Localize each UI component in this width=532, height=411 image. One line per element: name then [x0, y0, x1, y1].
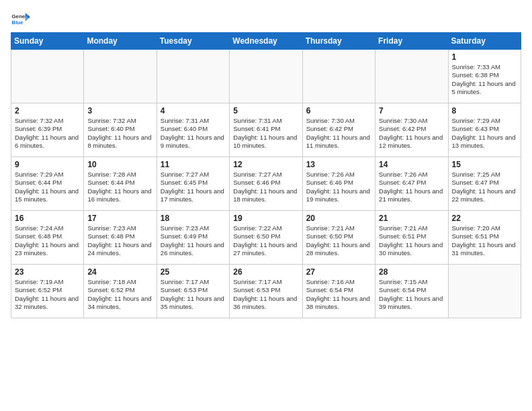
day-number: 16 [15, 214, 80, 223]
page-header: General Blue [11, 11, 521, 30]
calendar-cell: 4Sunrise: 7:31 AMSunset: 6:40 PMDaylight… [157, 103, 229, 157]
cell-info: Sunrise: 7:25 AMSunset: 6:47 PMDaylight:… [452, 171, 517, 203]
calendar-cell: 16Sunrise: 7:24 AMSunset: 6:48 PMDayligh… [11, 211, 84, 265]
day-number: 3 [87, 106, 152, 116]
calendar-cell: 18Sunrise: 7:23 AMSunset: 6:49 PMDayligh… [157, 211, 229, 265]
cell-info: Sunrise: 7:32 AMSunset: 6:39 PMDaylight:… [15, 117, 80, 150]
cell-info: Sunrise: 7:23 AMSunset: 6:49 PMDaylight:… [161, 224, 226, 257]
calendar-cell: 9Sunrise: 7:29 AMSunset: 6:44 PMDaylight… [11, 157, 84, 211]
day-number: 1 [452, 52, 517, 62]
day-number: 11 [161, 160, 226, 169]
cell-info: Sunrise: 7:21 AMSunset: 6:51 PMDaylight:… [379, 224, 444, 257]
cell-info: Sunrise: 7:31 AMSunset: 6:41 PMDaylight:… [233, 117, 298, 150]
cell-info: Sunrise: 7:30 AMSunset: 6:42 PMDaylight:… [379, 117, 444, 150]
calendar-cell: 3Sunrise: 7:32 AMSunset: 6:40 PMDaylight… [84, 103, 157, 157]
calendar-header-monday: Monday [84, 33, 157, 50]
cell-info: Sunrise: 7:18 AMSunset: 6:52 PMDaylight:… [87, 278, 152, 311]
cell-info: Sunrise: 7:20 AMSunset: 6:51 PMDaylight:… [452, 224, 517, 257]
calendar-cell [11, 50, 84, 103]
day-number: 8 [452, 106, 517, 116]
calendar-cell: 10Sunrise: 7:28 AMSunset: 6:44 PMDayligh… [84, 157, 157, 211]
day-number: 13 [306, 160, 371, 169]
calendar-header-sunday: Sunday [11, 33, 84, 50]
calendar-header-friday: Friday [375, 33, 448, 50]
calendar-cell [448, 265, 521, 318]
day-number: 25 [161, 267, 226, 277]
day-number: 24 [87, 267, 152, 277]
day-number: 21 [379, 214, 444, 223]
cell-info: Sunrise: 7:26 AMSunset: 6:47 PMDaylight:… [379, 171, 444, 203]
cell-info: Sunrise: 7:32 AMSunset: 6:40 PMDaylight:… [87, 117, 152, 150]
calendar-cell [230, 50, 302, 103]
calendar-header-saturday: Saturday [448, 33, 521, 50]
calendar-cell: 19Sunrise: 7:22 AMSunset: 6:50 PMDayligh… [230, 211, 302, 265]
calendar-header-row: SundayMondayTuesdayWednesdayThursdayFrid… [11, 33, 521, 50]
day-number: 6 [306, 106, 371, 116]
calendar-cell: 15Sunrise: 7:25 AMSunset: 6:47 PMDayligh… [448, 157, 521, 211]
calendar: SundayMondayTuesdayWednesdayThursdayFrid… [11, 32, 521, 318]
calendar-cell: 28Sunrise: 7:15 AMSunset: 6:54 PMDayligh… [375, 265, 448, 318]
day-number: 2 [15, 106, 80, 116]
calendar-header-tuesday: Tuesday [157, 33, 229, 50]
cell-info: Sunrise: 7:15 AMSunset: 6:54 PMDaylight:… [379, 278, 444, 311]
day-number: 28 [379, 267, 444, 277]
calendar-week-3: 9Sunrise: 7:29 AMSunset: 6:44 PMDaylight… [11, 157, 521, 211]
cell-info: Sunrise: 7:29 AMSunset: 6:43 PMDaylight:… [452, 117, 517, 150]
day-number: 15 [452, 160, 517, 169]
calendar-week-4: 16Sunrise: 7:24 AMSunset: 6:48 PMDayligh… [11, 211, 521, 265]
calendar-cell [302, 50, 375, 103]
calendar-cell: 1Sunrise: 7:33 AMSunset: 6:38 PMDaylight… [448, 50, 521, 103]
cell-info: Sunrise: 7:21 AMSunset: 6:50 PMDaylight:… [306, 224, 371, 257]
day-number: 22 [452, 214, 517, 223]
logo-icon: General Blue [11, 11, 30, 30]
calendar-cell: 6Sunrise: 7:30 AMSunset: 6:42 PMDaylight… [302, 103, 375, 157]
day-number: 12 [233, 160, 298, 169]
cell-info: Sunrise: 7:27 AMSunset: 6:46 PMDaylight:… [233, 171, 298, 203]
day-number: 9 [15, 160, 80, 169]
cell-info: Sunrise: 7:16 AMSunset: 6:54 PMDaylight:… [306, 278, 371, 311]
calendar-cell: 5Sunrise: 7:31 AMSunset: 6:41 PMDaylight… [230, 103, 302, 157]
cell-info: Sunrise: 7:28 AMSunset: 6:44 PMDaylight:… [87, 171, 152, 203]
calendar-cell: 21Sunrise: 7:21 AMSunset: 6:51 PMDayligh… [375, 211, 448, 265]
calendar-cell: 25Sunrise: 7:17 AMSunset: 6:53 PMDayligh… [157, 265, 229, 318]
calendar-cell: 23Sunrise: 7:19 AMSunset: 6:52 PMDayligh… [11, 265, 84, 318]
cell-info: Sunrise: 7:30 AMSunset: 6:42 PMDaylight:… [306, 117, 371, 150]
calendar-cell: 12Sunrise: 7:27 AMSunset: 6:46 PMDayligh… [230, 157, 302, 211]
calendar-cell: 17Sunrise: 7:23 AMSunset: 6:48 PMDayligh… [84, 211, 157, 265]
day-number: 23 [15, 267, 80, 277]
calendar-cell [84, 50, 157, 103]
calendar-cell [375, 50, 448, 103]
cell-info: Sunrise: 7:23 AMSunset: 6:48 PMDaylight:… [87, 224, 152, 257]
calendar-week-2: 2Sunrise: 7:32 AMSunset: 6:39 PMDaylight… [11, 103, 521, 157]
cell-info: Sunrise: 7:19 AMSunset: 6:52 PMDaylight:… [15, 278, 80, 311]
cell-info: Sunrise: 7:31 AMSunset: 6:40 PMDaylight:… [161, 117, 226, 150]
cell-info: Sunrise: 7:24 AMSunset: 6:48 PMDaylight:… [15, 224, 80, 257]
calendar-cell: 13Sunrise: 7:26 AMSunset: 6:46 PMDayligh… [302, 157, 375, 211]
calendar-header-wednesday: Wednesday [230, 33, 302, 50]
day-number: 18 [161, 214, 226, 223]
calendar-cell: 2Sunrise: 7:32 AMSunset: 6:39 PMDaylight… [11, 103, 84, 157]
calendar-cell: 26Sunrise: 7:17 AMSunset: 6:53 PMDayligh… [230, 265, 302, 318]
day-number: 4 [161, 106, 226, 116]
cell-info: Sunrise: 7:29 AMSunset: 6:44 PMDaylight:… [15, 171, 80, 203]
svg-text:Blue: Blue [12, 19, 24, 26]
cell-info: Sunrise: 7:22 AMSunset: 6:50 PMDaylight:… [233, 224, 298, 257]
calendar-week-1: 1Sunrise: 7:33 AMSunset: 6:38 PMDaylight… [11, 50, 521, 103]
calendar-week-5: 23Sunrise: 7:19 AMSunset: 6:52 PMDayligh… [11, 265, 521, 318]
calendar-cell: 24Sunrise: 7:18 AMSunset: 6:52 PMDayligh… [84, 265, 157, 318]
calendar-header-thursday: Thursday [302, 33, 375, 50]
day-number: 10 [87, 160, 152, 169]
calendar-cell: 22Sunrise: 7:20 AMSunset: 6:51 PMDayligh… [448, 211, 521, 265]
cell-info: Sunrise: 7:17 AMSunset: 6:53 PMDaylight:… [161, 278, 226, 311]
cell-info: Sunrise: 7:17 AMSunset: 6:53 PMDaylight:… [233, 278, 298, 311]
day-number: 26 [233, 267, 298, 277]
calendar-cell: 7Sunrise: 7:30 AMSunset: 6:42 PMDaylight… [375, 103, 448, 157]
logo: General Blue [11, 11, 30, 30]
day-number: 19 [233, 214, 298, 223]
day-number: 17 [87, 214, 152, 223]
calendar-cell: 11Sunrise: 7:27 AMSunset: 6:45 PMDayligh… [157, 157, 229, 211]
day-number: 20 [306, 214, 371, 223]
cell-info: Sunrise: 7:33 AMSunset: 6:38 PMDaylight:… [452, 63, 517, 96]
cell-info: Sunrise: 7:26 AMSunset: 6:46 PMDaylight:… [306, 171, 371, 203]
calendar-cell: 8Sunrise: 7:29 AMSunset: 6:43 PMDaylight… [448, 103, 521, 157]
